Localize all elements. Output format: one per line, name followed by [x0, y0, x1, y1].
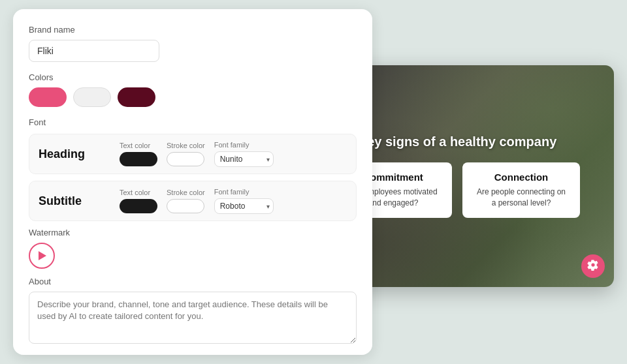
subtitle-font-family-label: Font family: [214, 188, 249, 196]
brand-name-input[interactable]: [29, 40, 159, 62]
watermark-label: Watermark: [29, 228, 357, 237]
brand-panel: Brand name Colors Font Heading Text colo…: [13, 9, 372, 355]
heading-text-color-label: Text color: [120, 142, 150, 149]
heading-stroke-color-swatch[interactable]: [167, 152, 204, 166]
about-label: About: [29, 277, 357, 286]
subtitle-text-color-swatch[interactable]: [120, 199, 157, 213]
heading-font-select-wrapper: Nunito Roboto Open Sans Lato: [214, 151, 274, 167]
heading-stroke-color-group: Stroke color: [167, 142, 205, 166]
subtitle-font-family-group: Font family Roboto Nunito Open Sans Lato: [214, 188, 274, 214]
play-icon: [39, 251, 46, 260]
font-label: Font: [29, 117, 357, 127]
heading-font-family-group: Font family Nunito Roboto Open Sans Lato: [214, 141, 274, 167]
colors-row: [29, 87, 357, 107]
about-section: About: [29, 277, 357, 346]
preview-title: Key signs of a healthy company: [345, 134, 570, 149]
heading-font-select[interactable]: Nunito Roboto Open Sans Lato: [214, 151, 274, 167]
watermark-icon[interactable]: [29, 243, 55, 269]
watermark-section: Watermark: [29, 228, 357, 269]
subtitle-font-select-wrapper: Roboto Nunito Open Sans Lato: [214, 198, 274, 214]
gear-icon: [587, 259, 599, 273]
color-swatch-white[interactable]: [73, 87, 111, 107]
color-swatch-pink[interactable]: [29, 87, 67, 107]
heading-stroke-color-label: Stroke color: [167, 142, 205, 149]
preview-watermark: [581, 254, 605, 278]
subtitle-stroke-color-swatch[interactable]: [167, 199, 204, 213]
heading-preview: Heading: [39, 147, 110, 161]
preview-card-connection: Connection Are people connecting on a pe…: [462, 162, 580, 218]
subtitle-text-color-label: Text color: [120, 189, 150, 196]
connection-heading: Connection: [475, 172, 567, 183]
color-swatch-dark-red[interactable]: [118, 87, 155, 107]
heading-text-color-group: Text color: [120, 142, 157, 166]
subtitle-preview: Subtitle: [39, 194, 110, 208]
about-textarea[interactable]: [29, 292, 357, 344]
connection-body: Are people connecting on a personal leve…: [475, 187, 567, 209]
subtitle-font-row: Subtitle Text color Stroke color Font fa…: [29, 181, 357, 221]
brand-name-label: Brand name: [29, 25, 357, 35]
heading-text-color-swatch[interactable]: [120, 152, 157, 166]
subtitle-text-color-group: Text color: [120, 189, 157, 213]
heading-font-family-label: Font family: [214, 141, 249, 149]
subtitle-font-select[interactable]: Roboto Nunito Open Sans Lato: [214, 198, 274, 214]
colors-label: Colors: [29, 72, 357, 82]
subtitle-stroke-color-group: Stroke color: [167, 189, 205, 213]
heading-font-row: Heading Text color Stroke color Font fam…: [29, 134, 357, 174]
subtitle-stroke-color-label: Stroke color: [167, 189, 205, 196]
